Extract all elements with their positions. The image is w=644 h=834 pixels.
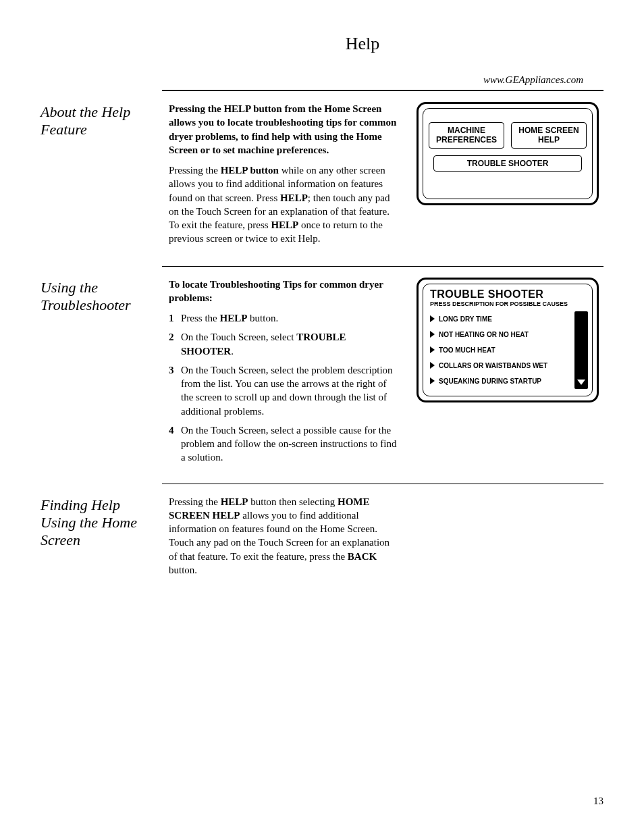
arrow-right-icon xyxy=(430,315,435,322)
page-number: 13 xyxy=(593,796,603,807)
ts-item: LONG DRY TIME xyxy=(430,311,572,327)
paragraph: Pressing the HELP button while on any ot… xyxy=(169,163,398,246)
list-item: 4On the Touch Screen, select a possible … xyxy=(169,423,398,465)
troubleshooter-figure: TROUBLE SHOOTER PRESS DESCRIPTION FOR PO… xyxy=(417,278,599,402)
trouble-shooter-button: TROUBLE SHOOTER xyxy=(433,155,582,172)
section-body: To locate Troubleshooting Tips for commo… xyxy=(169,278,398,470)
section-body: Pressing the HELP button from the Home S… xyxy=(169,102,398,253)
ts-subtitle: PRESS DESCRIPTION FOR POSSIBLE CAUSES xyxy=(430,301,588,307)
section-about-help: About the Help Feature Pressing the HELP… xyxy=(41,102,603,253)
lead-text: To locate Troubleshooting Tips for commo… xyxy=(169,278,398,305)
arrow-right-icon xyxy=(430,331,435,338)
steps-list: 1Press the HELP button. 2On the Touch Sc… xyxy=(169,311,398,465)
arrow-right-icon xyxy=(430,377,435,384)
paragraph: Pressing the HELP button then selecting … xyxy=(169,495,398,577)
list-item: 3On the Touch Screen, select the problem… xyxy=(169,363,398,418)
ts-list: LONG DRY TIME NOT HEATING OR NO HEAT TOO… xyxy=(430,311,572,389)
section-heading: Finding Help Using the Home Screen xyxy=(41,495,155,584)
ts-item: COLLARS OR WAISTBANDS WET xyxy=(430,358,572,373)
divider xyxy=(162,90,603,91)
section-troubleshooter: Using the Troubleshooter To locate Troub… xyxy=(41,278,603,470)
section-home-screen-help: Finding Help Using the Home Screen Press… xyxy=(41,495,603,584)
ts-item: NOT HEATING OR NO HEAT xyxy=(430,327,572,342)
page-title: Help xyxy=(122,34,603,54)
ts-item: TOO MUCH HEAT xyxy=(430,342,572,358)
list-item: 1Press the HELP button. xyxy=(169,311,398,325)
scrollbar xyxy=(574,311,588,389)
header-url: www.GEAppliances.com xyxy=(41,74,603,86)
paragraph: Pressing the HELP button from the Home S… xyxy=(169,102,398,157)
home-screen-help-button: HOME SCREEN HELP xyxy=(511,122,587,149)
arrow-right-icon xyxy=(430,362,435,369)
arrow-right-icon xyxy=(430,346,435,353)
section-heading: Using the Troubleshooter xyxy=(41,278,155,470)
ts-title: TROUBLE SHOOTER xyxy=(430,288,588,301)
machine-preferences-button: MACHINE PREFERENCES xyxy=(429,122,504,149)
list-item: 2On the Touch Screen, select TROUBLE SHO… xyxy=(169,330,398,358)
section-heading: About the Help Feature xyxy=(41,102,155,253)
help-menu-figure: MACHINE PREFERENCES HOME SCREEN HELP TRO… xyxy=(417,102,599,205)
divider xyxy=(162,484,603,484)
section-body: Pressing the HELP button then selecting … xyxy=(169,495,398,584)
chevron-down-icon xyxy=(577,380,585,385)
ts-item: SQUEAKING DURING STARTUP xyxy=(430,373,572,389)
divider xyxy=(162,266,603,267)
